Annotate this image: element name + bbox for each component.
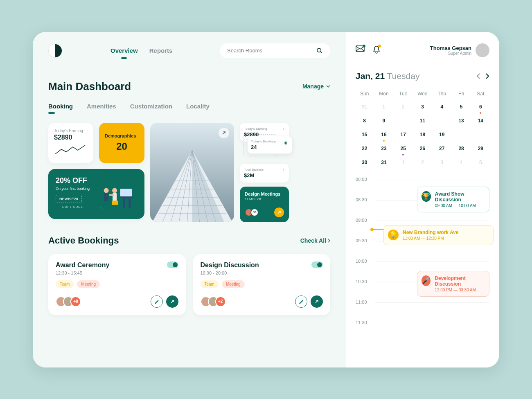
promo-card[interactable]: 20% OFF On your first booking NEWBIE20 C… (48, 169, 144, 219)
promo-copy-button[interactable]: COPY CODE (56, 205, 90, 208)
schedule-event[interactable]: 🎤 Development Discussion 12:00 PM — 03:3… (417, 271, 489, 297)
time-label: 08:00 (356, 177, 375, 182)
calendar-day[interactable]: 20 (452, 128, 470, 141)
meeting-card[interactable]: Design Meetings 11 Min Left 08 (240, 187, 289, 222)
edit-button[interactable] (151, 295, 163, 308)
manage-dropdown[interactable]: Manage (302, 83, 330, 90)
calendar-day[interactable]: 4 (452, 156, 470, 169)
time-label: 10:00 (356, 259, 375, 264)
bookings-header: Active Bookings Check All (48, 235, 330, 246)
nav-overview[interactable]: Overview (110, 47, 138, 54)
earning-card[interactable]: Today's Earning $2890 (48, 123, 93, 163)
calendar-day[interactable]: 6 (472, 101, 489, 113)
calendar-day[interactable]: 31 (356, 101, 373, 113)
svg-rect-5 (128, 198, 131, 208)
calendar-day[interactable]: 1 (375, 101, 392, 113)
calendar-day[interactable]: 29 (472, 142, 489, 155)
search-box[interactable] (220, 43, 330, 58)
calendar-day[interactable]: 19 (433, 128, 451, 141)
check-all-link[interactable]: Check All (300, 237, 330, 244)
search-icon (316, 47, 323, 54)
calendar-day[interactable]: 4 (433, 101, 451, 113)
nav-reports[interactable]: Reports (149, 47, 173, 54)
dow-label: Sun (356, 88, 373, 99)
user-name: Thomas Gepsan (430, 45, 471, 51)
toggle[interactable] (167, 261, 178, 268)
tag-meeting: Meeting (77, 280, 100, 288)
edit-button[interactable] (295, 295, 307, 308)
calendar-day[interactable]: 11 (414, 115, 431, 127)
calendar-day[interactable]: 18 (414, 128, 431, 141)
calendar-day[interactable]: 25 (394, 142, 412, 155)
avatar-more[interactable]: +2 (215, 296, 226, 307)
prev-month-button[interactable] (476, 73, 480, 79)
event-title: Development Discussion (435, 275, 485, 287)
avatar-count: 08 (250, 208, 259, 216)
next-month-button[interactable] (485, 73, 489, 79)
calendar-day[interactable]: 21 (472, 128, 489, 141)
calendar-day[interactable]: 13 (452, 115, 470, 127)
calendar-day[interactable]: 27 (433, 142, 451, 155)
booking-card[interactable]: Award Ceremony 12:30 - 15:45 Team Meetin… (48, 254, 186, 315)
booking-card[interactable]: Design Discussion 16:30 - 20:00 Team Mee… (193, 254, 331, 315)
side-earning-card[interactable]: + Today's Earning $2890 ◉ Today's Bookin… (240, 123, 289, 142)
toggle[interactable] (311, 261, 323, 268)
calendar-day[interactable]: 5 (472, 156, 489, 169)
tab-customization[interactable]: Customization (130, 103, 172, 110)
calendar-day[interactable]: 5 (452, 101, 470, 113)
calendar-day[interactable]: 10 (394, 115, 412, 127)
calendar-day[interactable]: 1 (394, 156, 412, 169)
attendees: +2 (201, 296, 226, 307)
bell-button[interactable] (373, 45, 380, 55)
time-slot: 11:00 (356, 300, 489, 320)
time-label: 10:30 (356, 279, 375, 284)
open-button[interactable] (311, 295, 323, 308)
user-menu[interactable]: Thomas Gepsan Super Admin (430, 43, 489, 57)
bookings-value: 24 (251, 144, 289, 150)
calendar-day[interactable]: 16 (375, 128, 392, 141)
calendar-day[interactable]: 17 (394, 128, 412, 141)
mail-button[interactable] (356, 45, 365, 55)
calendar-day[interactable]: 2 (394, 101, 412, 113)
calendar-day[interactable]: 3 (433, 156, 451, 169)
user-role: Super Admin (430, 51, 471, 56)
avatar-more[interactable]: +9 (70, 296, 81, 307)
demographics-card[interactable]: Demographics 20 (99, 123, 144, 163)
bookings-card[interactable]: ◉ Today's Bookings 24 (247, 136, 292, 154)
meeting-go-button[interactable] (274, 207, 284, 217)
tab-locality[interactable]: Locality (186, 103, 210, 110)
calendar-day[interactable]: 14 (472, 115, 489, 127)
calendar-day[interactable]: 15 (356, 128, 373, 141)
tag-team: Team (201, 280, 219, 288)
tag-team: Team (56, 280, 74, 288)
title-row: Main Dashboard Manage (48, 80, 330, 93)
calendar-day[interactable]: 31 (375, 156, 392, 169)
plus-icon: + (282, 168, 285, 172)
calendar-day[interactable]: 26 (414, 142, 431, 155)
calendar-day[interactable]: 30 (356, 156, 373, 169)
calendar-day[interactable]: 8 (356, 115, 373, 127)
meeting-sub: 11 Min Left (245, 197, 284, 201)
dow-label: Wed (414, 88, 431, 99)
schedule: 08:0008:3009:0009:3010:0010:3011:0011:30… (356, 177, 489, 340)
image-card[interactable] (150, 123, 234, 222)
calendar-day[interactable]: 3 (414, 101, 431, 113)
svg-point-0 (317, 48, 321, 52)
tab-amenities[interactable]: Amenities (87, 103, 116, 110)
svg-rect-7 (104, 193, 108, 201)
calendar-day[interactable]: 28 (452, 142, 470, 155)
slot-divider (375, 261, 489, 262)
calendar-day[interactable]: 2 (414, 156, 431, 169)
search-input[interactable] (227, 47, 304, 54)
calendar-day[interactable]: 12 (433, 115, 451, 127)
open-button[interactable] (166, 295, 178, 308)
schedule-event[interactable]: 💡 New Branding work Ave 11:00 AM — 12:30… (383, 225, 494, 245)
balance-card[interactable]: + Total Balance $2M (240, 164, 289, 183)
schedule-event[interactable]: 🏆 Award Show Discussion 09:00 AM — 10:00… (417, 187, 489, 212)
svg-rect-3 (121, 196, 133, 197)
calendar-day[interactable]: 23 (375, 142, 392, 155)
expand-button[interactable] (219, 128, 229, 138)
calendar-day[interactable]: 9 (375, 115, 392, 127)
tab-booking[interactable]: Booking (48, 103, 73, 110)
calendar-day[interactable]: 22 (356, 142, 373, 155)
